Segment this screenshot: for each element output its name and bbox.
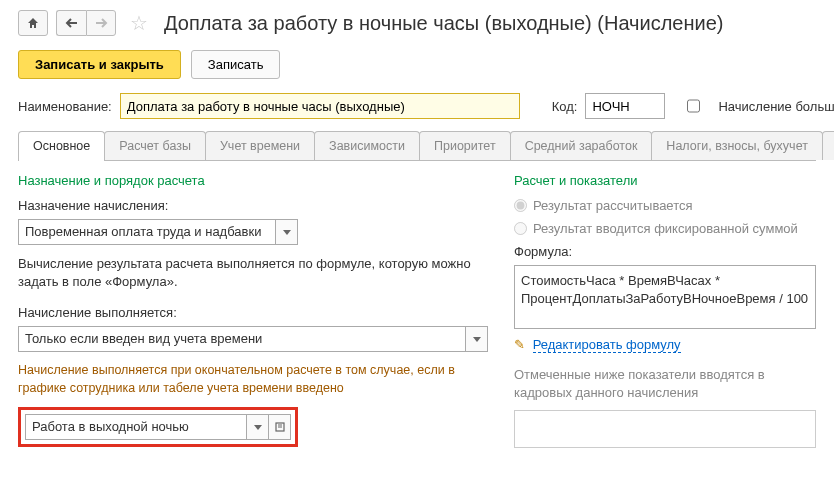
tabs: Основное Расчет базы Учет времени Зависи… (18, 131, 816, 161)
save-button[interactable]: Записать (191, 50, 281, 79)
left-section-title: Назначение и порядок расчета (18, 173, 488, 188)
exec-warning: Начисление выполняется при окончательном… (18, 362, 488, 397)
formula-label: Формула: (514, 244, 816, 259)
time-type-dropdown-icon[interactable] (246, 415, 268, 439)
exec-label: Начисление выполняется: (18, 305, 488, 320)
purpose-label: Назначение начисления: (18, 198, 488, 213)
tab-taxes[interactable]: Налоги, взносы, бухучет (651, 131, 823, 160)
tab-main[interactable]: Основное (18, 131, 105, 160)
forward-button[interactable] (86, 10, 116, 36)
indicators-note: Отмеченные ниже показатели вводятся в ка… (514, 366, 816, 402)
time-type-select[interactable]: Работа в выходной ночью (25, 414, 291, 440)
favorite-star-icon[interactable]: ☆ (130, 11, 148, 35)
purpose-value: Повременная оплата труда и надбавки (19, 220, 275, 244)
tab-dependencies[interactable]: Зависимости (314, 131, 420, 160)
result-calc-radio (514, 199, 527, 212)
exec-select[interactable]: Только если введен вид учета времени (18, 326, 488, 352)
tab-overflow[interactable]: О (822, 131, 834, 160)
back-button[interactable] (56, 10, 86, 36)
tab-time-tracking[interactable]: Учет времени (205, 131, 315, 160)
result-calc-label: Результат рассчитывается (533, 198, 693, 213)
time-type-open-icon[interactable] (268, 415, 290, 439)
name-label: Наименование: (18, 99, 112, 114)
code-input[interactable] (585, 93, 665, 119)
tab-priority[interactable]: Приоритет (419, 131, 511, 160)
right-section-title: Расчет и показатели (514, 173, 816, 188)
save-and-close-button[interactable]: Записать и закрыть (18, 50, 181, 79)
tab-avg-earnings[interactable]: Средний заработок (510, 131, 653, 160)
result-fixed-radio (514, 222, 527, 235)
formula-text: СтоимостьЧаса * ВремяВЧасах * ПроцентДоп… (514, 265, 816, 329)
time-type-value: Работа в выходной ночью (26, 415, 246, 439)
result-fixed-label: Результат вводится фиксированной суммой (533, 221, 798, 236)
name-input[interactable] (120, 93, 520, 119)
more-accrual-checkbox[interactable] (687, 98, 700, 114)
purpose-select[interactable]: Повременная оплата труда и надбавки (18, 219, 298, 245)
calc-hint: Вычисление результата расчета выполняетс… (18, 255, 488, 291)
highlighted-field: Работа в выходной ночью (18, 407, 298, 447)
page-title: Доплата за работу в ночные часы (выходны… (164, 12, 724, 35)
code-label: Код: (552, 99, 578, 114)
indicators-box (514, 410, 816, 448)
pencil-icon: ✎ (514, 337, 525, 352)
home-button[interactable] (18, 10, 48, 36)
purpose-dropdown-icon[interactable] (275, 220, 297, 244)
edit-formula-link[interactable]: Редактировать формулу (533, 337, 681, 353)
tab-base-calc[interactable]: Расчет базы (104, 131, 206, 160)
exec-dropdown-icon[interactable] (465, 327, 487, 351)
more-accrual-label: Начисление больше (718, 99, 834, 114)
exec-value: Только если введен вид учета времени (19, 327, 465, 351)
